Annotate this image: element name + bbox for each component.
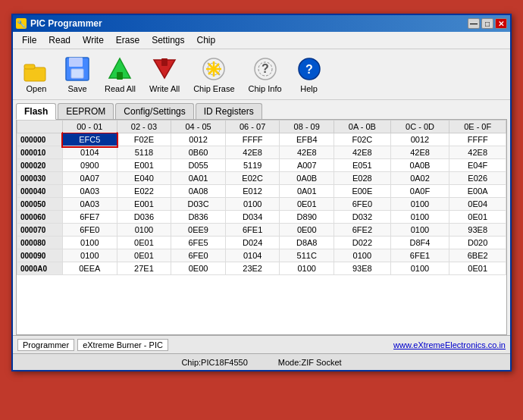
table-cell[interactable]: 6FE0 (334, 198, 391, 211)
table-cell[interactable]: 511C (280, 249, 334, 262)
tab-id-registers[interactable]: ID Registers (196, 103, 262, 119)
table-cell[interactable]: 5118 (117, 146, 171, 159)
table-cell[interactable]: E026 (449, 172, 506, 185)
table-cell[interactable]: 0E00 (171, 262, 226, 275)
tab-flash[interactable]: Flash (16, 103, 56, 120)
website-link[interactable]: www.eXtremeElectronics.co.in (393, 340, 506, 349)
table-cell[interactable]: 0A0F (390, 185, 449, 198)
table-cell[interactable]: 0E01 (449, 211, 506, 224)
table-cell[interactable]: 0100 (63, 237, 117, 249)
table-cell[interactable]: 27E1 (117, 262, 171, 275)
table-cell[interactable]: A007 (280, 159, 334, 172)
table-cell[interactable]: 42E8 (225, 146, 280, 159)
table-cell[interactable]: FFFF (449, 133, 506, 146)
table-cell[interactable]: D890 (280, 211, 334, 224)
table-cell[interactable]: 0A0B (280, 172, 334, 185)
table-cell[interactable]: 0B60 (171, 146, 226, 159)
menu-erase[interactable]: Erase (110, 33, 146, 47)
table-cell[interactable]: 0A07 (63, 172, 117, 185)
table-cell[interactable]: 0100 (390, 198, 449, 211)
table-cell[interactable]: 23E2 (225, 262, 280, 275)
table-cell[interactable]: E022 (117, 185, 171, 198)
menu-write[interactable]: Write (77, 33, 110, 47)
table-cell[interactable]: 6FE0 (63, 224, 117, 237)
menu-file[interactable]: File (16, 33, 42, 47)
chip-erase-button[interactable]: Chip Erase (188, 52, 240, 96)
table-cell[interactable]: 0E01 (117, 237, 171, 249)
table-cell[interactable]: EFB4 (280, 133, 334, 146)
table-cell[interactable]: E02C (225, 172, 280, 185)
table-cell[interactable]: E04F (449, 159, 506, 172)
table-cell[interactable]: 6BE2 (449, 249, 506, 262)
table-cell[interactable]: 0A0B (390, 159, 449, 172)
table-cell[interactable]: 0E01 (280, 198, 334, 211)
table-cell[interactable]: 0100 (280, 262, 334, 275)
menu-read[interactable]: Read (42, 33, 77, 47)
table-cell[interactable]: E001 (117, 159, 171, 172)
table-cell[interactable]: D836 (171, 211, 226, 224)
maximize-button[interactable]: □ (481, 18, 493, 29)
table-cell[interactable]: 0A02 (390, 172, 449, 185)
table-cell[interactable]: 6FE1 (390, 249, 449, 262)
table-cell[interactable]: 6FE7 (63, 211, 117, 224)
table-cell[interactable]: D034 (225, 211, 280, 224)
table-cell[interactable]: 0100 (390, 211, 449, 224)
table-cell[interactable]: F02C (334, 133, 391, 146)
table-cell[interactable]: 0E00 (280, 224, 334, 237)
table-cell[interactable]: 0E04 (449, 198, 506, 211)
table-cell[interactable]: 0E01 (449, 262, 506, 275)
table-cell[interactable]: 0100 (390, 224, 449, 237)
table-cell[interactable]: E051 (334, 159, 391, 172)
table-cell[interactable]: 0900 (63, 159, 117, 172)
chip-info-button[interactable]: ? Chip Info (243, 52, 287, 96)
table-cell[interactable]: 0EE9 (171, 224, 226, 237)
table-cell[interactable]: D020 (449, 237, 506, 249)
menu-settings[interactable]: Settings (146, 33, 190, 47)
table-cell[interactable]: 0012 (171, 133, 226, 146)
table-cell[interactable]: 93E8 (334, 262, 391, 275)
read-all-button[interactable]: Read All (99, 52, 141, 96)
write-all-button[interactable]: Write All (144, 52, 185, 96)
table-cell[interactable]: 6FE0 (171, 249, 226, 262)
save-button[interactable]: Save (58, 52, 96, 96)
table-cell[interactable]: 0100 (117, 224, 171, 237)
tab-eeprom[interactable]: EEPROM (58, 103, 114, 119)
table-cell[interactable]: D036 (117, 211, 171, 224)
table-cell[interactable]: 0A08 (171, 185, 226, 198)
table-cell[interactable]: D032 (334, 211, 391, 224)
tab-config[interactable]: Config/Settings (115, 103, 193, 119)
table-cell[interactable]: 0100 (390, 262, 449, 275)
table-cell[interactable]: E012 (225, 185, 280, 198)
table-cell[interactable]: 42E8 (390, 146, 449, 159)
table-cell[interactable]: 42E8 (449, 146, 506, 159)
table-cell[interactable]: 6FE1 (225, 224, 280, 237)
table-cell[interactable]: E00E (334, 185, 391, 198)
table-cell[interactable]: 0104 (63, 146, 117, 159)
table-cell[interactable]: 0A01 (280, 185, 334, 198)
table-cell[interactable]: 93E8 (449, 224, 506, 237)
help-button[interactable]: ? Help (290, 52, 328, 96)
table-cell[interactable]: 0100 (63, 249, 117, 262)
table-cell[interactable]: EFC5 (63, 133, 117, 146)
table-cell[interactable]: 0A03 (63, 185, 117, 198)
menu-chip[interactable]: Chip (191, 33, 222, 47)
open-button[interactable]: Open (17, 52, 55, 96)
table-cell[interactable]: E001 (117, 198, 171, 211)
minimize-button[interactable]: — (468, 18, 480, 29)
table-cell[interactable]: 6FE5 (171, 237, 226, 249)
table-cell[interactable]: D8F4 (390, 237, 449, 249)
table-cell[interactable]: D8A8 (280, 237, 334, 249)
close-button[interactable]: ✕ (495, 18, 507, 29)
table-cell[interactable]: D024 (225, 237, 280, 249)
table-cell[interactable]: D055 (171, 159, 226, 172)
table-cell[interactable]: 0A03 (63, 198, 117, 211)
table-cell[interactable]: FFFF (225, 133, 280, 146)
table-cell[interactable]: 42E8 (280, 146, 334, 159)
table-cell[interactable]: 5119 (225, 159, 280, 172)
table-cell[interactable]: 0E01 (117, 249, 171, 262)
table-cell[interactable]: D022 (334, 237, 391, 249)
table-cell[interactable]: 42E8 (334, 146, 391, 159)
table-cell[interactable]: 0100 (334, 249, 391, 262)
table-cell[interactable]: E028 (334, 172, 391, 185)
table-cell[interactable]: E00A (449, 185, 506, 198)
